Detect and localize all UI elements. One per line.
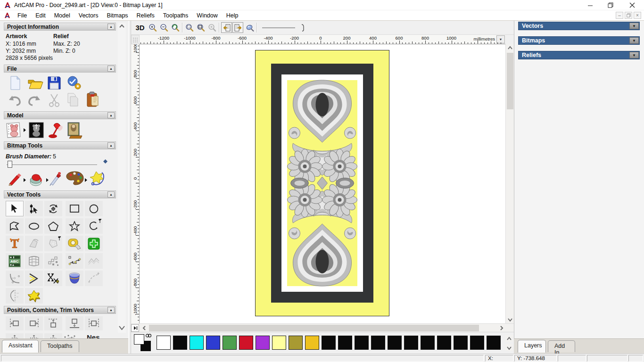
flood-fill-icon[interactable] [28, 172, 44, 187]
collapse-button[interactable]: ▲ [107, 66, 115, 72]
align-left-icon[interactable] [6, 316, 24, 330]
paint-icon[interactable] [8, 173, 22, 186]
palette-swatch[interactable] [223, 336, 237, 350]
section-model[interactable]: Model ▲ [4, 111, 116, 119]
paste-icon[interactable] [86, 91, 100, 107]
zoom-in-icon[interactable] [147, 22, 158, 33]
primary-colour-swatch[interactable] [134, 334, 144, 345]
section-vector-tools[interactable]: Vector Tools ▲ [4, 190, 116, 198]
create-ellipse-icon[interactable] [25, 218, 43, 234]
new-model-icon[interactable] [8, 75, 22, 90]
scroll-down-arrow[interactable] [506, 316, 514, 323]
create-star-icon[interactable] [66, 218, 83, 234]
view-layer-icon[interactable] [244, 22, 255, 33]
collapse-button[interactable]: ▲ [107, 142, 115, 148]
assistant-scroll-up[interactable] [118, 23, 126, 30]
tab-layers[interactable]: Layers [518, 340, 546, 353]
flyout-arrow-icon[interactable] [46, 178, 49, 182]
section-bitmaps[interactable]: Bitmaps ▼ [518, 36, 640, 45]
section-vectors[interactable]: Vectors ▼ [518, 22, 640, 30]
palette-swatch[interactable] [289, 336, 303, 350]
fit-curve-icon[interactable] [66, 253, 83, 269]
invert-model-icon[interactable] [28, 122, 44, 139]
vector-doctor-icon[interactable] [25, 288, 43, 304]
palette-swatch[interactable] [206, 336, 220, 350]
mirror-vectors-icon[interactable] [6, 288, 24, 304]
fillet-icon[interactable] [6, 271, 24, 286]
colour-palette-icon[interactable] [66, 171, 84, 186]
simplify-vectors-icon[interactable] [85, 253, 103, 269]
scroll-up-arrow[interactable] [506, 44, 514, 52]
line-width-slider[interactable] [260, 22, 305, 33]
scroll-left-arrow[interactable] [140, 324, 148, 332]
zoom-fit-icon[interactable] [195, 22, 206, 33]
menu-item-toolpaths[interactable]: Toolpaths [159, 11, 193, 20]
create-polyline-icon[interactable] [6, 218, 24, 234]
redo-icon[interactable] [27, 95, 41, 107]
section-file[interactable]: File ▲ [4, 65, 116, 73]
align-right-icon[interactable] [25, 316, 43, 330]
measure-icon[interactable] [66, 236, 83, 251]
tab-assistant[interactable]: Assistant [2, 340, 39, 353]
palette-swatch[interactable] [239, 336, 253, 350]
hscroll-thumb[interactable] [149, 325, 479, 331]
free-form-curve-icon[interactable] [85, 271, 103, 286]
expand-reliefs-button[interactable]: ▼ [629, 52, 639, 58]
assistant-scroll-down[interactable] [118, 322, 126, 333]
palette-swatch[interactable] [256, 336, 270, 350]
flyout-arrow-icon[interactable] [85, 178, 87, 182]
open-model-icon[interactable] [27, 76, 43, 90]
palette-swatch[interactable] [173, 336, 187, 350]
zoom-box-icon[interactable] [184, 22, 195, 33]
create-arc-icon[interactable] [85, 218, 103, 234]
drawing-canvas[interactable] [140, 44, 505, 323]
zoom-object-icon[interactable] [206, 22, 217, 33]
collapse-button[interactable]: ▲ [107, 307, 115, 313]
menu-item-window[interactable]: Window [192, 11, 222, 20]
set-model-size-icon[interactable] [6, 122, 22, 139]
undo-icon[interactable] [8, 95, 22, 107]
align-bottom-icon[interactable] [66, 316, 83, 330]
section-bitmap-tools[interactable]: Bitmap Tools ▲ [4, 141, 116, 149]
create-polygon-icon[interactable] [44, 218, 62, 234]
node-editing-icon[interactable] [25, 201, 43, 216]
palette-swatch[interactable] [470, 336, 484, 350]
palette-swatch[interactable] [322, 336, 336, 350]
previous-bitmap-layer-icon[interactable] [221, 22, 232, 33]
toggle-3d-view-button[interactable]: 3D [134, 22, 146, 33]
create-circle-icon[interactable] [85, 201, 103, 216]
transform-vectors-icon[interactable] [44, 201, 62, 216]
palette-swatch[interactable] [421, 336, 435, 350]
palette-swatch[interactable] [157, 336, 171, 350]
record-model-icon[interactable] [66, 75, 82, 90]
copy-icon[interactable] [66, 92, 79, 107]
palette-swatch[interactable] [388, 336, 402, 350]
menu-item-edit[interactable]: Edit [31, 11, 50, 20]
paste-along-curve-icon[interactable] [44, 253, 62, 269]
palette-swatch[interactable] [190, 336, 204, 350]
distort-vector-icon[interactable] [25, 253, 43, 269]
mdi-close-button[interactable]: × [634, 12, 641, 19]
palette-swatch[interactable] [437, 336, 451, 350]
link-colours-icon[interactable] [145, 333, 152, 338]
section-reliefs[interactable]: Reliefs ▼ [518, 51, 640, 59]
minimize-button[interactable] [582, 0, 598, 10]
flyout-arrow-icon[interactable] [24, 128, 26, 132]
palette-scroll-down[interactable] [505, 344, 513, 351]
align-top-icon[interactable] [44, 316, 62, 330]
collapse-button[interactable]: ▲ [107, 112, 115, 118]
create-rectangle-icon[interactable] [66, 201, 83, 216]
palette-swatch[interactable] [371, 336, 385, 350]
join-vectors-icon[interactable] [25, 271, 43, 286]
next-bitmap-layer-icon[interactable] [232, 22, 243, 33]
flyout-arrow-icon[interactable] [24, 178, 26, 182]
text-block-icon[interactable]: ABC [6, 253, 24, 269]
extrude-icon[interactable] [66, 271, 83, 286]
offset-vector-icon[interactable] [44, 236, 62, 251]
palette-swatch[interactable] [272, 336, 286, 350]
canvas-hscrollbar[interactable] [131, 323, 514, 332]
palette-swatch[interactable] [355, 336, 369, 350]
tab-toolpaths[interactable]: Toolpaths [41, 340, 79, 352]
menu-item-help[interactable]: Help [222, 11, 243, 20]
palette-swatch[interactable] [487, 336, 501, 350]
